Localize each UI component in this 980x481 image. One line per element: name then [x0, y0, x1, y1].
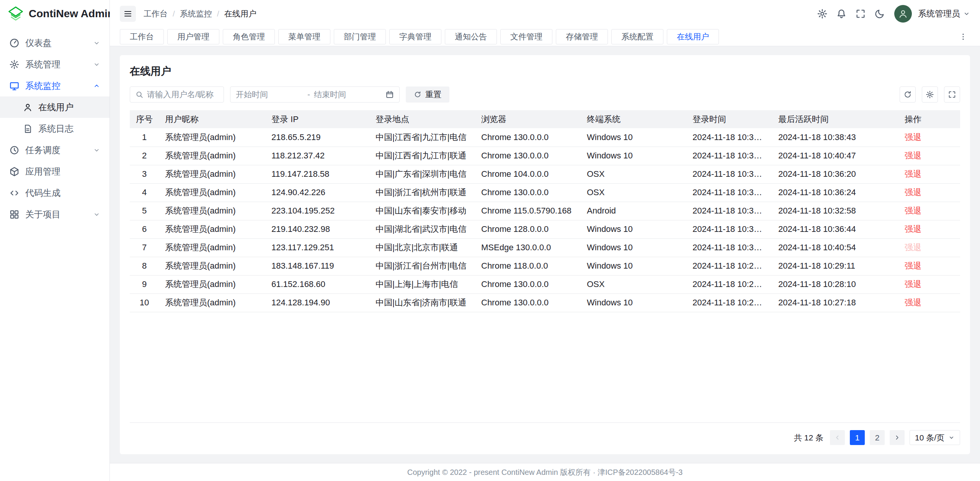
app-logo[interactable]: ContiNew Admin	[0, 0, 109, 28]
force-logout-link[interactable]: 强退	[905, 132, 921, 142]
tab-9[interactable]: 系统配置	[611, 29, 663, 44]
sidebar-item[interactable]: 关于项目	[0, 204, 109, 225]
cell-last_active: 2024-11-18 10:36:20	[772, 165, 898, 183]
cell-login_time: 2024-11-18 10:37:17	[686, 147, 772, 165]
tab-label: 字典管理	[399, 31, 431, 42]
breadcrumb-item-current: 在线用户	[224, 8, 256, 19]
search-input[interactable]	[147, 90, 219, 99]
tab-label: 通知公告	[455, 31, 487, 42]
cell-nickname: 系统管理员(admin)	[159, 275, 265, 293]
date-range-picker: -	[230, 86, 400, 103]
table-fullscreen-button[interactable]	[944, 86, 960, 103]
search-box	[130, 86, 224, 103]
tab-7[interactable]: 文件管理	[500, 29, 552, 44]
date-range-separator: -	[307, 90, 310, 99]
calendar-icon	[385, 90, 394, 99]
settings-button[interactable]	[814, 5, 831, 22]
next-page-button[interactable]	[890, 430, 905, 445]
tab-2[interactable]: 角色管理	[223, 29, 275, 44]
filter-row: - 重置	[130, 86, 960, 103]
sidebar-subitem[interactable]: 系统日志	[0, 118, 109, 139]
tab-8[interactable]: 存储管理	[556, 29, 608, 44]
sidebar-item[interactable]: 系统管理	[0, 54, 109, 75]
cell-no: 5	[130, 202, 159, 220]
chevron-down-icon	[93, 61, 100, 68]
cell-login_time: 2024-11-18 10:30:47	[686, 238, 772, 257]
sidebar-collapse-button[interactable]	[120, 6, 136, 22]
cell-action: 强退	[898, 238, 960, 257]
sidebar-item[interactable]: 任务调度	[0, 139, 109, 161]
cell-nickname: 系统管理员(admin)	[159, 183, 265, 202]
sidebar-item[interactable]: 应用管理	[0, 161, 109, 182]
table-container: 序号用户昵称登录 IP登录地点浏览器终端系统登录时间最后活跃时间操作 1系统管理…	[130, 110, 960, 423]
tab-3[interactable]: 菜单管理	[278, 29, 330, 44]
box-icon	[9, 166, 20, 177]
cell-login_time: 2024-11-18 10:31:39	[686, 202, 772, 220]
cell-location: 中国|山东省|泰安市|移动	[369, 202, 475, 220]
force-logout-link[interactable]: 强退	[905, 261, 921, 271]
page-button-1[interactable]: 1	[850, 430, 865, 445]
prev-page-button[interactable]	[830, 430, 845, 445]
sidebar-subitem[interactable]: 在线用户	[0, 96, 109, 118]
table-row: 5系统管理员(admin)223.104.195.252中国|山东省|泰安市|移…	[130, 202, 960, 220]
chevron-down-icon[interactable]	[963, 10, 970, 17]
cell-no: 8	[130, 257, 159, 275]
cell-os: Windows 10	[581, 220, 686, 238]
force-logout-link[interactable]: 强退	[905, 224, 921, 234]
cell-last_active: 2024-11-18 10:36:24	[772, 183, 898, 202]
fullscreen-icon	[948, 90, 956, 99]
tab-10[interactable]: 在线用户	[667, 29, 719, 44]
reset-button[interactable]: 重置	[406, 86, 449, 103]
tab-label: 用户管理	[177, 31, 209, 42]
refresh-icon	[903, 90, 912, 99]
cell-action: 强退	[898, 220, 960, 238]
cell-os: Windows 10	[581, 257, 686, 275]
breadcrumb-item-monitor[interactable]: 系统监控	[180, 8, 212, 19]
cell-nickname: 系统管理员(admin)	[159, 165, 265, 183]
app-root: ContiNew Admin 仪表盘系统管理系统监控在线用户系统日志任务调度应用…	[0, 0, 980, 481]
table-row: 9系统管理员(admin)61.152.168.60中国|上海|上海市|电信Ch…	[130, 275, 960, 293]
sidebar-item[interactable]: 仪表盘	[0, 32, 109, 54]
fullscreen-button[interactable]	[852, 5, 869, 22]
table-settings-button[interactable]	[922, 86, 938, 103]
tab-1[interactable]: 用户管理	[167, 29, 219, 44]
sidebar-item[interactable]: 系统监控	[0, 75, 109, 96]
end-time-input[interactable]	[314, 90, 382, 99]
notifications-button[interactable]	[833, 5, 850, 22]
sidebar-menu: 仪表盘系统管理系统监控在线用户系统日志任务调度应用管理代码生成关于项目	[0, 28, 109, 481]
dark-mode-icon	[874, 8, 885, 19]
user-name[interactable]: 系统管理员	[918, 8, 960, 20]
dark-mode-button[interactable]	[871, 5, 888, 22]
tab-0[interactable]: 工作台	[120, 29, 164, 44]
cell-browser: Chrome 130.0.0.0	[475, 293, 581, 312]
cell-location: 中国|广东省|深圳市|电信	[369, 165, 475, 183]
force-logout-link[interactable]: 强退	[905, 298, 921, 307]
force-logout-link[interactable]: 强退	[905, 206, 921, 215]
force-logout-link[interactable]: 强退	[905, 151, 921, 160]
cell-action: 强退	[898, 147, 960, 165]
force-logout-link[interactable]: 强退	[905, 243, 921, 252]
cell-browser: Chrome 130.0.0.0	[475, 183, 581, 202]
tab-label: 在线用户	[677, 31, 709, 42]
table-refresh-button[interactable]	[900, 86, 916, 103]
breadcrumb-item-workbench[interactable]: 工作台	[144, 8, 168, 19]
table-row: 8系统管理员(admin)183.148.167.119中国|浙江省|台州市|电…	[130, 257, 960, 275]
force-logout-link[interactable]: 强退	[905, 188, 921, 197]
start-time-input[interactable]	[236, 90, 304, 99]
cell-browser: Chrome 118.0.0.0	[475, 257, 581, 275]
force-logout-link[interactable]: 强退	[905, 169, 921, 179]
tab-6[interactable]: 通知公告	[445, 29, 497, 44]
sidebar-item[interactable]: 代码生成	[0, 182, 109, 204]
force-logout-link[interactable]: 强退	[905, 279, 921, 289]
page-size-select[interactable]: 10 条/页	[910, 430, 960, 445]
avatar[interactable]	[894, 5, 912, 23]
settings-icon	[817, 8, 828, 19]
tab-more-button[interactable]	[956, 30, 970, 44]
tab-label: 工作台	[130, 31, 154, 42]
chevron-left-icon	[834, 434, 841, 441]
tab-5[interactable]: 字典管理	[389, 29, 441, 44]
page-button-2[interactable]: 2	[870, 430, 885, 445]
sidebar: ContiNew Admin 仪表盘系统管理系统监控在线用户系统日志任务调度应用…	[0, 0, 110, 481]
pagination: 共 12 条 12 10 条/页	[130, 430, 960, 445]
tab-4[interactable]: 部门管理	[334, 29, 386, 44]
